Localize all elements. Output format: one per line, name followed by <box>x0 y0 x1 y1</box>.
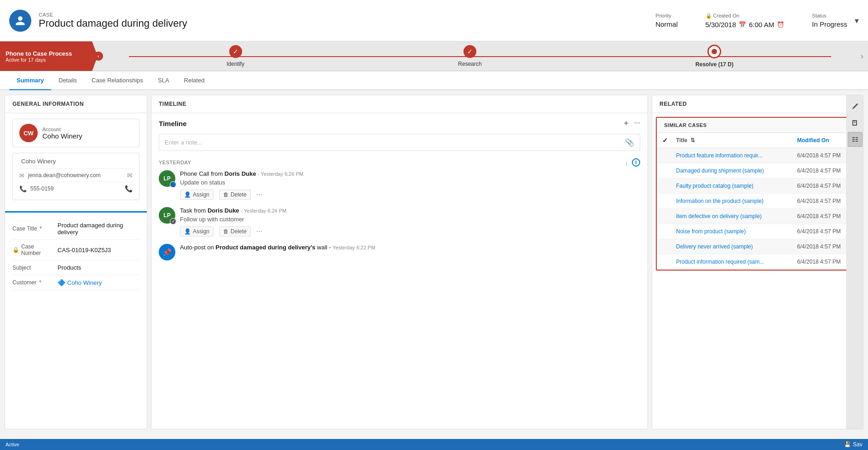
process-scroll-right[interactable]: › <box>861 52 863 61</box>
case-form: Case Title * Product damaged during deli… <box>5 211 147 296</box>
assign-button-1[interactable]: 👤 Assign <box>180 190 214 200</box>
priority-label: Priority <box>655 13 677 18</box>
required-marker: * <box>40 225 42 232</box>
subject-value[interactable]: Products <box>58 264 81 271</box>
timeline-item-more-2[interactable]: ··· <box>256 227 262 236</box>
research-label: Research <box>458 61 481 67</box>
row-check-1[interactable] <box>657 148 671 163</box>
similar-cases-header-row: ✓ Title ⇅ Modified On <box>657 133 858 148</box>
timeline-group-yesterday: YESTERDAY ↓ i <box>159 158 640 167</box>
tab-case-relationships[interactable]: Case Relationships <box>84 71 150 90</box>
delete-icon-1: 🗑 <box>223 191 229 198</box>
phone-badge: 📞 <box>170 181 176 188</box>
header-title-block: CASE Product damaged during delivery <box>39 12 648 29</box>
row-check-7[interactable] <box>657 239 671 254</box>
case-title-6[interactable]: Noise from product (sample) <box>671 224 792 239</box>
timeline-item-title-1: Phone Call from Doris Duke - Yesterday 6… <box>180 170 640 177</box>
phone-row: 📞 555-0159 📞 <box>19 182 133 195</box>
note-attach-icon[interactable]: 📎 <box>625 138 634 147</box>
timeline-info-icon[interactable]: i <box>632 158 640 167</box>
case-title-4[interactable]: Information on the product (sample) <box>671 194 792 209</box>
customer-required: * <box>39 279 41 286</box>
row-check-2[interactable] <box>657 163 671 179</box>
row-check-5[interactable] <box>657 209 671 224</box>
email-action-icon[interactable]: ✉ <box>127 172 133 179</box>
title-col-header[interactable]: Title ⇅ <box>671 133 792 148</box>
timeline-header-row: Timeline + ··· <box>159 119 640 128</box>
timeline-more-button[interactable]: ··· <box>634 119 640 128</box>
header-collapse-button[interactable]: ▾ <box>855 16 859 26</box>
checkmark-icon[interactable]: ✓ <box>662 137 668 144</box>
similar-cases-tbody: Product feature information requir... 6/… <box>657 148 858 270</box>
resolve-circle <box>707 45 721 58</box>
identify-circle: ✓ <box>229 45 242 58</box>
process-step-research[interactable]: ✓ Research <box>458 45 481 67</box>
calendar-icon[interactable]: 📅 <box>739 21 746 28</box>
row-check-6[interactable] <box>657 224 671 239</box>
edit-sidebar-button[interactable] <box>848 99 862 114</box>
table-row: Delivery never arrived (sample) 6/4/2018… <box>657 239 858 254</box>
case-title-7[interactable]: Delivery never arrived (sample) <box>671 239 792 254</box>
case-title-1[interactable]: Product feature information requir... <box>671 148 792 163</box>
table-row: Faulty product catalog (sample) 6/4/2018… <box>657 179 858 194</box>
right-sidebar <box>846 95 863 429</box>
case-title-5[interactable]: Item defective on delivery (sample) <box>671 209 792 224</box>
phone-icon: 📞 <box>19 185 27 192</box>
identify-label: Identify <box>226 61 244 67</box>
case-title-2[interactable]: Damaged during shipment (sample) <box>671 163 792 179</box>
timeline-add-button[interactable]: + <box>624 119 629 128</box>
general-info-header: GENERAL INFORMATION <box>5 95 147 113</box>
contact-name: Coho Winery <box>19 158 133 165</box>
timeline-sort-icon[interactable]: ↓ <box>625 159 628 166</box>
phone-actions[interactable]: 📞 <box>125 185 133 192</box>
similar-cases-sidebar-button[interactable] <box>848 132 862 147</box>
delete-button-1[interactable]: 🗑 Delete <box>219 190 251 200</box>
customer-value-link[interactable]: 🔷 Coho Winery <box>58 279 102 286</box>
tabs-bar: Summary Details Case Relationships SLA R… <box>0 71 868 90</box>
case-title-3[interactable]: Faulty product catalog (sample) <box>671 179 792 194</box>
timeline-item-desc-2: Follow up with customer <box>180 216 640 223</box>
case-number-value: CAS-01019-K0Z5J3 <box>58 247 111 254</box>
delete-icon-2: 🗑 <box>223 228 229 235</box>
account-name[interactable]: Coho Winery <box>42 132 82 140</box>
tab-sla[interactable]: SLA <box>150 71 177 90</box>
email-row: ✉ jenna.dean@cohowinery.com ✉ <box>19 168 133 182</box>
created-on-label: 🔒 Created On <box>706 13 785 19</box>
row-check-8[interactable] <box>657 254 671 270</box>
delete-button-2[interactable]: 🗑 Delete <box>219 226 251 237</box>
process-steps: ✓ Identify ✓ Research Resolve (17 D) <box>92 45 868 68</box>
timeline-item-phone-call: LP 📞 Phone Call from Doris Duke - Yester… <box>159 170 640 200</box>
status-field: Status In Progress <box>812 13 847 28</box>
case-title-value[interactable]: Product damaged during delivery <box>58 222 139 236</box>
timeline-content-1: Phone Call from Doris Duke - Yesterday 6… <box>180 170 640 200</box>
timeline-item-task: LP ✓ Task from Doris Duke - Yesterday 6:… <box>159 207 640 237</box>
process-step-identify[interactable]: ✓ Identify <box>226 45 244 67</box>
process-collapse-button[interactable]: ‹ <box>94 52 103 61</box>
lock-icon-case: 🔒 <box>12 247 19 253</box>
row-check-4[interactable] <box>657 194 671 209</box>
tab-summary[interactable]: Summary <box>9 71 51 90</box>
time-icon[interactable]: ⏰ <box>777 21 784 28</box>
process-bar: Phone to Case Process Active for 17 days… <box>0 41 868 71</box>
tab-related[interactable]: Related <box>177 71 212 90</box>
row-check-3[interactable] <box>657 179 671 194</box>
phone-action-icon[interactable]: 📞 <box>125 185 133 192</box>
assign-icon-2: 👤 <box>184 228 191 235</box>
note-input[interactable]: Enter a note... 📎 <box>159 134 640 151</box>
related-panel-header: RELATED <box>652 95 863 113</box>
timeline-section: Timeline + ··· Enter a note... 📎 YESTERD… <box>151 113 648 273</box>
book-sidebar-button[interactable] <box>848 115 862 130</box>
case-avatar <box>9 10 31 32</box>
contact-block: Coho Winery ✉ jenna.dean@cohowinery.com … <box>12 153 139 200</box>
assign-button-2[interactable]: 👤 Assign <box>180 226 214 237</box>
timeline-avatar-3: 📌 <box>159 244 175 260</box>
tab-details[interactable]: Details <box>51 71 84 90</box>
created-on-value: 5/30/2018 📅 6:00 AM ⏰ <box>706 21 785 29</box>
table-row: Information on the product (sample) 6/4/… <box>657 194 858 209</box>
timeline-item-more-1[interactable]: ··· <box>256 190 262 199</box>
general-info-body: CW Account Coho Winery Coho Winery ✉ jen… <box>5 113 147 211</box>
email-actions[interactable]: ✉ <box>127 172 133 179</box>
case-title-8[interactable]: Product information required (sam... <box>671 254 792 270</box>
process-step-resolve[interactable]: Resolve (17 D) <box>695 45 734 68</box>
process-sublabel: Active for 17 days <box>6 57 87 63</box>
